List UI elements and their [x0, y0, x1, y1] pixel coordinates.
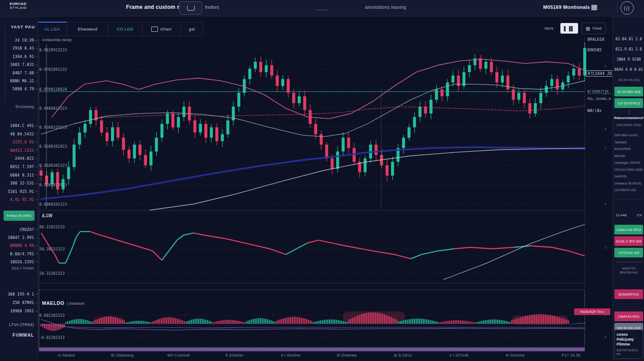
tab-gst[interactable]: gst [181, 22, 203, 36]
candle [226, 120, 230, 134]
panel-button-green[interactable]: 11N014 W 0R10 [614, 225, 643, 234]
watchlist-value[interactable]: 60412.2331 [0, 147, 38, 154]
candle [518, 93, 521, 100]
watchlist-value[interactable]: 308 195-9 1 [0, 291, 38, 297]
reports-label[interactable]: M05169 Montionals [543, 4, 590, 10]
app-logo[interactable]: EURCAD STYLAID [10, 2, 27, 10]
price-scale-label[interactable]: #/1AUAJ?10 [587, 89, 611, 94]
mid-pane-title[interactable]: å.1W [42, 213, 52, 218]
candle [199, 124, 202, 133]
watchlist-value-text: 60412.2331 [10, 148, 34, 153]
watchlist-value[interactable]: 2444.021 [0, 155, 38, 161]
candle [572, 69, 575, 76]
panel-value[interactable]: 012.9.01 2.0 [614, 47, 644, 51]
watchlist-value[interactable]: 24 C0:39 [0, 37, 38, 43]
macd-axis-label: -0.02382333 [39, 336, 65, 340]
sidebar-footer-symbol[interactable]: LTVA (TR04) [0, 323, 34, 327]
candle [556, 79, 559, 89]
candle [67, 167, 70, 179]
time-axis-label: 9 Smarter [212, 353, 257, 357]
watchlist-value[interactable]: 300 32-531 [0, 180, 38, 186]
price-scale-label[interactable]: POL.5k94U.0 : 0 [587, 97, 611, 101]
panel-button-crimson[interactable]: 8030N9PO10 [614, 289, 643, 299]
panel-button-crimson[interactable]: 0x19L 0 3P0 900 [614, 236, 643, 246]
watchlist-value[interactable]: 6004 8.311 [0, 172, 38, 178]
tab-ghart[interactable]: Ghart [142, 22, 181, 36]
watchlist-value-text: 10968 J9X1 [10, 309, 34, 313]
candle [429, 100, 433, 113]
tab-ehwwwvd[interactable]: Ehwwwvd [67, 22, 108, 36]
candle [435, 89, 438, 100]
macd-pane-title[interactable]: MAELDO | Investors [42, 300, 84, 306]
axis-tick [35, 65, 38, 65]
panel-kv-row[interactable]: 10 448CV [616, 213, 642, 217]
watchlist-value[interactable]: 1394.6 91 [0, 54, 38, 60]
watchlist-value[interactable]: 5101 925.91 [0, 188, 38, 195]
price-scale-label[interactable]: W0/)0x [587, 108, 611, 113]
panel-footer-card[interactable]: coooo PelicjuwyPlimme02070T1103 0 Pk [614, 330, 643, 359]
watchlist-value[interactable]: 10047 2.991 [0, 234, 38, 241]
watchlist-value[interactable]: 10U26.2391 [0, 259, 38, 265]
toolbar-button-feed[interactable]: ▦Feed [582, 23, 606, 34]
tab-co-ldd[interactable]: CO.LDD [108, 22, 142, 36]
watchlist-value[interactable]: 1004.C 491 [0, 123, 38, 129]
time-axis[interactable]: AI MeansBI SatanangWA Counnal9 Smarter9 … [38, 351, 613, 361]
report-grid-icon[interactable]: ▦ [591, 3, 598, 12]
panel-value[interactable]: 03.04.01 2.0 [614, 37, 644, 41]
watchlist-value[interactable]: CRUZA? [0, 227, 38, 233]
toolbar-active-view-button[interactable]: ▌▐▌ [560, 23, 578, 34]
menu-annotations[interactable]: annotations leaving [365, 5, 406, 10]
time-axis-label: 4 I 15?o4b [437, 353, 481, 357]
watchlist-value[interactable]: 8052 7.597 [0, 164, 38, 170]
panel-button-green[interactable]: 73T3TUN 103 [614, 248, 643, 257]
price-scale-label[interactable]: 09H505 [587, 48, 611, 52]
axis-tick [35, 175, 38, 175]
avatar[interactable]: ||| [621, 1, 634, 15]
basket-button[interactable] [179, 1, 202, 15]
watchlist-value[interactable]: 10968 J9X1 [0, 308, 38, 314]
watchlist-value[interactable]: 258 87N91 [0, 300, 38, 306]
watchlist-value[interactable]: 5235.6 91 [0, 139, 38, 145]
toolbar-button-itera[interactable]: Itera [541, 24, 557, 33]
watchlist-value[interactable]: 8407 7.88 [0, 70, 38, 76]
candle [177, 117, 180, 127]
axis-tick [35, 134, 38, 134]
candle [138, 145, 142, 155]
inline-input-underline[interactable] [317, 10, 328, 10]
mid-axis-label: 50.38232323 [39, 247, 65, 251]
watchlist-value[interactable]: 1003 7.831 [0, 61, 38, 68]
price-axis-label: 0.9702891232 [39, 68, 67, 72]
panel-button-crimson[interactable]: 135AY43 0911 [614, 311, 643, 321]
ma-gray-line [41, 81, 585, 137]
trading-terminal: EURCAD STYLAID Frame and custom minimald… [0, 0, 644, 361]
overlay-indicator-label[interactable]: Anstunlita ovray [42, 38, 72, 42]
symbol-price-tag[interactable]: NA3DAQ4 T0x | [574, 308, 610, 315]
panel-description-line: IsA0G91 [614, 173, 644, 180]
panel-button-green[interactable]: 110 007/0TA12 [614, 98, 643, 108]
watchlist-value[interactable]: 88NU MA.31 [0, 78, 38, 84]
basket-label[interactable]: Invitors [205, 5, 219, 10]
candle [259, 62, 262, 72]
watchlist-value[interactable]: 2910 0.43 [0, 45, 38, 51]
candle [347, 138, 350, 148]
price-axis-label: 0.9388329233 [39, 126, 67, 130]
sidebar-footer-terminal[interactable]: FilMMAL [0, 333, 34, 338]
watchlist-value[interactable]: 40 84.5431 [0, 131, 38, 137]
watchlist-section-label2: Deu r Annan [0, 266, 34, 270]
price-scale-label[interactable]: 0R4L610 [587, 37, 611, 42]
price-chart-canvas[interactable] [38, 36, 613, 359]
watchlist-value[interactable]: B.60/4.791 [0, 251, 38, 257]
watchlist-value[interactable]: 08000 4.99 [0, 242, 38, 249]
panel-value[interactable]: 1N04 9 SC00 [614, 58, 644, 61]
chart-tab-bar: AL LGAEhwwwvdCO.LDDGhartgst [38, 22, 203, 36]
axis-tick [35, 200, 38, 200]
watchlist-value[interactable]: 5000 4.79 [0, 86, 38, 92]
buy-button[interactable]: Follow 04,9/W2 [4, 211, 34, 221]
panel-value[interactable]: 0044 A.0 0.01 [614, 68, 644, 72]
tab-label: Ehwwwvd [78, 27, 97, 31]
watchlist-value[interactable]: 4.91 92.91 [0, 196, 38, 203]
tab-al-lga[interactable]: AL LGA [38, 22, 67, 36]
price-scale-label[interactable]: 0?L5A44 J0 [586, 70, 613, 77]
panel-button-green[interactable]: 30.31UWU.N28 [614, 87, 643, 96]
scroll-strip[interactable] [39, 348, 585, 351]
